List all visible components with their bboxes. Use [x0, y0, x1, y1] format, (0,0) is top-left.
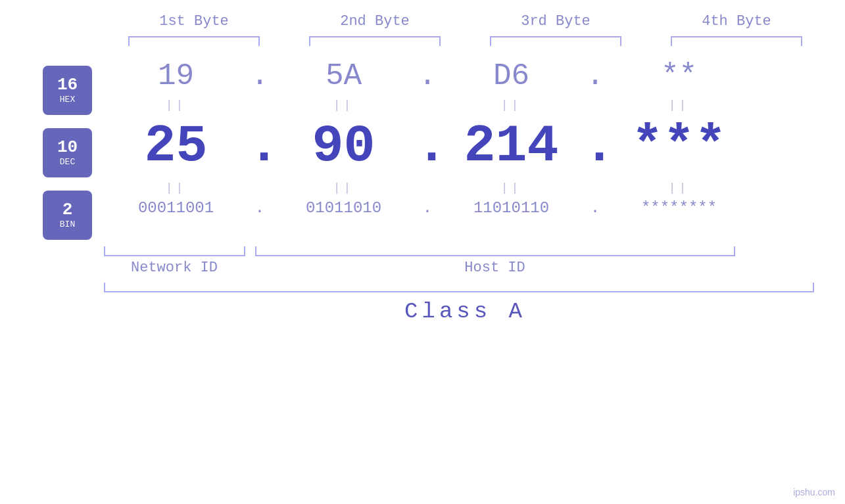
hex-val-1: 19 [104, 59, 249, 93]
bin-row: 00011001 . 01011010 . 11010110 . *******… [104, 199, 827, 217]
byte-labels-row: 1st Byte 2nd Byte 3rd Byte 4th Byte [104, 13, 827, 30]
bin-val-3: 11010110 [439, 199, 584, 217]
hex-dot-2: . [416, 59, 439, 93]
eq-1-3: || [439, 99, 584, 112]
bin-val-2: 01011010 [272, 199, 416, 217]
dec-dot-2: . [416, 116, 439, 176]
eq-2-2: || [272, 181, 416, 195]
class-a-label: Class A [404, 299, 526, 324]
eq-2-1: || [104, 181, 249, 195]
dec-val-1: 25 [104, 116, 249, 176]
badge-bin-label: BIN [60, 219, 75, 229]
badge-dec-number: 10 [57, 139, 78, 156]
hex-val-4: ** [607, 59, 752, 93]
main-container: 1st Byte 2nd Byte 3rd Byte 4th Byte 16 H… [0, 0, 845, 504]
outer-bracket [104, 283, 814, 292]
bottom-section: Network ID Host ID [104, 246, 827, 276]
hex-dot-1: . [249, 59, 272, 93]
eq-2-3: || [439, 181, 584, 195]
bin-dot-1: . [249, 199, 272, 217]
eq-1-1: || [104, 99, 249, 112]
dec-dot-3: . [584, 116, 607, 176]
badge-dec: 10 DEC [43, 128, 92, 177]
badges-column: 16 HEX 10 DEC 2 BIN [18, 59, 104, 246]
byte-label-3: 3rd Byte [483, 13, 628, 30]
rows-wrapper: 16 HEX 10 DEC 2 BIN 19 . 5A . D6 . ** [18, 59, 827, 246]
badge-dec-label: DEC [60, 157, 75, 167]
class-label-row: Class A [104, 299, 827, 324]
watermark: ipshu.com [793, 487, 835, 497]
dec-val-4: *** [607, 116, 752, 176]
badge-hex: 16 HEX [43, 66, 92, 115]
hex-row: 19 . 5A . D6 . ** [104, 59, 827, 93]
dec-val-3: 214 [439, 116, 584, 176]
hex-dot-3: . [584, 59, 607, 93]
dec-row: 25 . 90 . 214 . *** [104, 116, 827, 176]
bin-val-4: ******** [607, 199, 752, 217]
eq-1-2: || [272, 99, 416, 112]
bracket-host [255, 246, 735, 256]
hex-val-3: D6 [439, 59, 584, 93]
hex-val-2: 5A [272, 59, 416, 93]
top-bracket-4 [671, 36, 802, 46]
bin-val-1: 00011001 [104, 199, 249, 217]
eq-row-2: || || || || [104, 176, 827, 199]
badge-bin: 2 BIN [43, 191, 92, 240]
bottom-brackets-row [104, 246, 827, 256]
dec-val-2: 90 [272, 116, 416, 176]
top-bracket-3 [490, 36, 621, 46]
outer-bracket-row: Class A [104, 283, 827, 324]
bin-dot-2: . [416, 199, 439, 217]
byte-label-1: 1st Byte [122, 13, 266, 30]
byte-label-2: 2nd Byte [302, 13, 447, 30]
network-id-label: Network ID [104, 260, 245, 276]
host-id-label: Host ID [255, 260, 735, 276]
badge-bin-number: 2 [62, 201, 73, 218]
badge-hex-label: HEX [60, 95, 75, 104]
bottom-labels-row: Network ID Host ID [104, 260, 827, 276]
top-brackets-row [104, 36, 827, 46]
eq-1-4: || [607, 99, 752, 112]
top-bracket-1 [128, 36, 260, 46]
data-rows-section: 19 . 5A . D6 . ** || || || || 25 [104, 59, 827, 246]
eq-row-1: || || || || [104, 93, 827, 116]
byte-label-4: 4th Byte [664, 13, 809, 30]
top-bracket-2 [309, 36, 441, 46]
bin-dot-3: . [584, 199, 607, 217]
dec-dot-1: . [249, 116, 272, 176]
badge-hex-number: 16 [57, 76, 78, 93]
bracket-network [104, 246, 245, 256]
eq-2-4: || [607, 181, 752, 195]
